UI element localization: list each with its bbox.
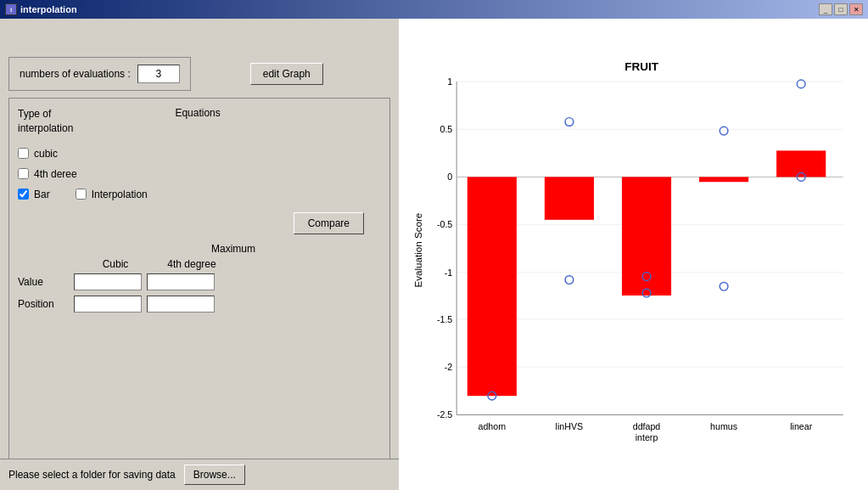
- edit-graph-button[interactable]: edit Graph: [250, 63, 323, 85]
- svg-text:-1: -1: [445, 268, 453, 278]
- x-label-ddfapd-2: interp: [636, 432, 658, 442]
- svg-text:1: 1: [447, 76, 452, 87]
- position-row-label: Position: [18, 298, 69, 310]
- save-bar: Please select a folder for saving data B…: [0, 459, 399, 490]
- fourth-degree-row: 4th deree: [18, 168, 381, 180]
- x-label-linear: linear: [790, 421, 813, 431]
- dot-linear-high: [797, 80, 805, 88]
- maximize-button[interactable]: □: [834, 3, 848, 15]
- evaluations-input[interactable]: 3: [137, 65, 180, 83]
- y-axis-label: Evaluation Score: [412, 213, 423, 288]
- evaluations-row: numbers of evaluations : 3 edit Graph: [8, 57, 390, 91]
- cubic-checkbox[interactable]: [18, 148, 29, 159]
- dot-humus-low: [720, 282, 728, 290]
- left-panel: numbers of evaluations : 3 edit Graph Ty…: [0, 19, 399, 490]
- compare-row: Compare: [18, 212, 381, 234]
- type-label: Type ofinterpolation: [18, 107, 73, 136]
- app-icon: i: [5, 3, 17, 15]
- dot-linhvs-high: [565, 118, 574, 127]
- x-label-ddfapd-1: ddfapd: [633, 421, 661, 431]
- dot-humus-high: [720, 127, 728, 135]
- cubic-position-input[interactable]: [74, 296, 142, 313]
- value-row: Value: [18, 273, 381, 290]
- svg-text:0.5: 0.5: [440, 124, 452, 134]
- chart-svg: FRUIT Evaluation Score 1 0.5 0 -0.5 -1 -…: [407, 27, 860, 482]
- cubic-value-input[interactable]: [74, 273, 142, 290]
- fourth-position-input[interactable]: [147, 296, 215, 313]
- interpolation-checkbox[interactable]: [76, 189, 87, 200]
- maximum-label: Maximum: [86, 243, 381, 255]
- bar-adhom: [468, 177, 517, 396]
- fourth-value-input[interactable]: [147, 273, 215, 290]
- interp-header: Type ofinterpolation Equations: [18, 107, 381, 136]
- chart-title: FRUIT: [624, 60, 659, 73]
- interpolation-box: Type ofinterpolation Equations cubic 4th…: [8, 98, 390, 482]
- cubic-row: cubic: [18, 148, 381, 160]
- x-label-linhvs: linHVS: [556, 421, 584, 431]
- equations-label: Equations: [175, 107, 220, 136]
- maximum-section: Maximum Cubic 4th degree Value Position: [18, 243, 381, 313]
- title-bar: i interpolation _ □ ✕: [0, 0, 868, 19]
- bar-label[interactable]: Bar: [34, 189, 50, 200]
- close-window-button[interactable]: ✕: [849, 3, 863, 15]
- position-row: Position: [18, 296, 381, 313]
- title-bar-text: interpolation: [20, 4, 77, 14]
- bar-ddfapd: [622, 177, 671, 296]
- bar-humus: [699, 177, 748, 182]
- svg-text:-2.5: -2.5: [437, 409, 452, 420]
- fourth-degree-label[interactable]: 4th deree: [34, 168, 77, 180]
- x-label-adhom: adhom: [479, 421, 507, 431]
- fourth-degree-col-label: 4th degree: [154, 258, 230, 270]
- minimize-button[interactable]: _: [819, 3, 832, 15]
- compare-button[interactable]: Compare: [294, 212, 364, 234]
- interpolation-label[interactable]: Interpolation: [92, 189, 148, 200]
- svg-text:-0.5: -0.5: [437, 219, 452, 229]
- cubic-col-label: Cubic: [77, 258, 154, 270]
- cubic-label[interactable]: cubic: [34, 148, 58, 160]
- window-controls: _ □ ✕: [819, 3, 863, 15]
- value-row-label: Value: [18, 276, 69, 288]
- dot-linhvs-low: [565, 276, 574, 284]
- x-label-humus: humus: [710, 421, 737, 431]
- bar-checkbox[interactable]: [18, 189, 29, 200]
- bar-linhvs: [545, 177, 594, 219]
- fourth-degree-checkbox[interactable]: [18, 168, 29, 179]
- evaluations-box: numbers of evaluations : 3: [8, 57, 191, 91]
- svg-text:0: 0: [447, 172, 452, 182]
- browse-button[interactable]: Browse...: [184, 465, 245, 485]
- evaluations-label: numbers of evaluations :: [20, 68, 131, 80]
- chart-container: FRUIT Evaluation Score 1 0.5 0 -0.5 -1 -…: [399, 19, 868, 490]
- svg-text:-1.5: -1.5: [437, 314, 452, 324]
- svg-text:-2: -2: [445, 362, 453, 372]
- bar-interp-row: Bar Interpolation: [18, 189, 381, 200]
- save-label: Please select a folder for saving data: [8, 469, 176, 481]
